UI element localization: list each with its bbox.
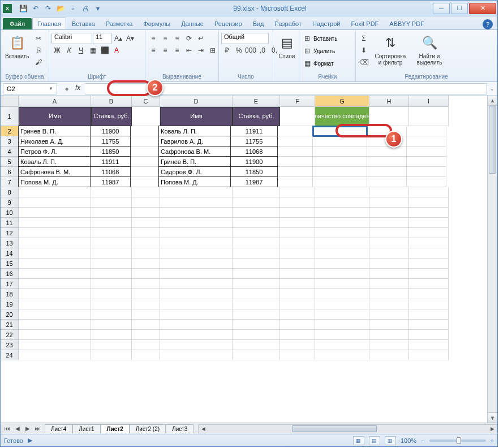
chevron-down-icon[interactable]: ▼ [49,86,53,91]
cell-F3[interactable] [278,136,313,147]
cell-E18[interactable] [233,289,280,299]
cell-G23[interactable] [315,340,369,350]
cell-A14[interactable] [19,248,91,259]
row-header[interactable]: 21 [1,320,19,330]
row-header[interactable]: 7 [1,177,19,187]
col-header[interactable]: E [233,96,280,107]
cell-D12[interactable] [160,228,233,238]
cell-E2[interactable]: 11911 [230,126,278,136]
cell-G3[interactable] [313,136,367,147]
cell-F16[interactable] [280,269,315,279]
cell-D11[interactable] [160,218,233,228]
zoom-in-icon[interactable]: + [491,437,494,444]
cell-F15[interactable] [280,259,315,269]
cell-B18[interactable] [91,289,132,299]
cell-D23[interactable] [160,340,233,350]
sheet-nav-next-icon[interactable]: ▶ [23,425,32,432]
insert-cells-button[interactable]: ⊞Вставить [302,33,337,44]
cell-A23[interactable] [19,340,91,350]
cell-B8[interactable] [91,187,132,197]
scroll-right-icon[interactable]: ▶ [488,426,497,432]
cell-H1[interactable] [369,107,409,126]
cell-A24[interactable] [19,350,91,360]
row-header[interactable]: 24 [1,350,19,360]
formula-input[interactable] [85,83,487,94]
cell-A15[interactable] [19,259,91,269]
cell-E3[interactable]: 11755 [230,136,278,147]
cell-E19[interactable] [233,299,280,309]
expand-formula-icon[interactable]: ⌄ [487,86,497,92]
cell-D1[interactable]: Имя [160,107,233,126]
cell-F20[interactable] [280,309,315,320]
cell-G12[interactable] [315,228,369,238]
qat-more-icon[interactable]: ▾ [92,3,104,14]
cell-C21[interactable] [132,320,160,330]
paste-button[interactable]: 📋 Вставить [3,33,31,61]
page-layout-view-icon[interactable]: ▤ [369,436,380,445]
zoom-out-icon[interactable]: − [421,437,424,444]
cell-G19[interactable] [315,299,369,309]
cell-A12[interactable] [19,228,91,238]
sheet-tab[interactable]: Лист2 [101,424,130,433]
vertical-scrollbar[interactable]: ▲ ▼ [487,96,497,423]
cell-F5[interactable] [278,157,313,167]
cell-C15[interactable] [132,259,160,269]
worksheet-grid[interactable]: A B C D E F G H I 1ИмяСтавка, руб.ИмяСта… [1,96,487,423]
cell-F8[interactable] [280,187,315,197]
cell-D13[interactable] [160,238,233,248]
cell-B11[interactable] [91,218,132,228]
cell-A22[interactable] [19,330,91,340]
cell-I20[interactable] [409,309,449,320]
cell-E13[interactable] [233,238,280,248]
cell-D6[interactable]: Сидоров Ф. Л. [158,166,231,177]
cancel-formula-icon[interactable]: ● [62,84,72,94]
qat-new-icon[interactable]: ▫ [67,3,79,14]
row-header[interactable]: 17 [1,279,19,289]
cell-F18[interactable] [280,289,315,299]
cell-G20[interactable] [315,309,369,320]
horizontal-scrollbar[interactable]: ◀ ▶ [198,424,497,433]
cell-H23[interactable] [369,340,409,350]
cell-E12[interactable] [233,228,280,238]
row-header[interactable]: 4 [1,147,19,157]
find-select-button[interactable]: 🔍Найти и выделить [411,33,448,67]
cell-B3[interactable]: 11755 [90,136,131,147]
row-header[interactable]: 10 [1,208,19,218]
cell-C1[interactable] [132,107,160,126]
cell-I9[interactable] [409,197,449,208]
cell-D10[interactable] [160,208,233,218]
cell-F11[interactable] [280,218,315,228]
percent-icon[interactable]: % [233,45,244,56]
cell-F9[interactable] [280,197,315,208]
row-header[interactable]: 2 [1,126,19,136]
sheet-nav-prev-icon[interactable]: ◀ [13,425,22,432]
cell-A1[interactable]: Имя [19,107,91,126]
align-bot-icon[interactable]: ≡ [171,33,183,44]
cell-D20[interactable] [160,309,233,320]
cell-C10[interactable] [132,208,160,218]
cell-F14[interactable] [280,248,315,259]
cell-H7[interactable] [367,177,407,187]
cell-G5[interactable] [313,157,367,167]
row-header[interactable]: 14 [1,248,19,259]
tab-formulas[interactable]: Формулы [138,18,175,29]
indent-inc-icon[interactable]: ⇥ [195,45,207,56]
underline-icon[interactable]: Ч [75,45,87,56]
tab-layout[interactable]: Разметка [101,18,138,29]
cell-B10[interactable] [91,208,132,218]
macro-record-icon[interactable]: ▶ [28,437,32,444]
cell-D4[interactable]: Сафронова В. М. [158,146,231,157]
cell-E15[interactable] [233,259,280,269]
cell-I23[interactable] [409,340,449,350]
cell-E7[interactable]: 11987 [230,176,278,187]
cell-F7[interactable] [278,177,313,187]
cell-B14[interactable] [91,248,132,259]
cell-D9[interactable] [160,197,233,208]
cell-A20[interactable] [19,309,91,320]
sheet-tab[interactable]: Лист2 (2) [130,424,166,433]
cell-G7[interactable] [313,177,367,187]
name-box[interactable]: G2▼ [3,83,57,94]
orientation-icon[interactable]: ⟳ [183,33,195,44]
cell-A11[interactable] [19,218,91,228]
cell-I3[interactable] [407,136,446,147]
